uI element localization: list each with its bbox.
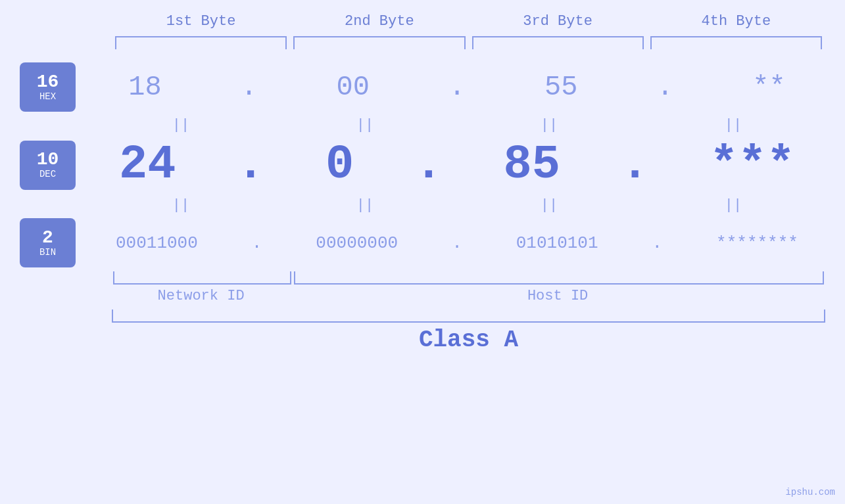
bin-row: 2 BIN 00011000 . 00000000 . 01010101 . *…	[20, 218, 825, 267]
bin-dot3: .	[652, 233, 663, 253]
hex-byte1: 18	[128, 72, 161, 103]
eq1-byte4: ||	[661, 117, 806, 133]
hex-badge-number: 16	[37, 73, 59, 91]
dec-dot1: .	[237, 138, 265, 192]
id-labels-container: Network ID Host ID	[20, 288, 825, 304]
class-bracket	[112, 309, 825, 323]
main-container: 1st Byte 2nd Byte 3rd Byte 4th Byte 16 H…	[0, 0, 845, 504]
dec-dot2: .	[414, 138, 443, 192]
hex-badge-label: HEX	[39, 91, 56, 102]
bin-badge-label: BIN	[39, 247, 56, 258]
hex-badge: 16 HEX	[20, 62, 76, 112]
dec-badge-label: DEC	[39, 169, 56, 179]
byte-labels-row: 1st Byte 2nd Byte 3rd Byte 4th Byte	[20, 13, 825, 30]
bin-byte4: ********	[716, 233, 798, 253]
host-id-label: Host ID	[290, 288, 825, 304]
bottom-brackets	[112, 271, 825, 285]
eq1-byte3: ||	[477, 117, 621, 133]
eq2-byte3: ||	[477, 197, 621, 214]
bin-byte1: 00011000	[116, 233, 198, 253]
bottom-bracket-container	[20, 271, 825, 285]
hex-dot1: .	[241, 72, 257, 103]
network-id-label: Network ID	[112, 288, 290, 304]
eq2-byte1: ||	[109, 197, 253, 214]
dec-byte4: ***	[710, 138, 795, 192]
dec-dot3: .	[621, 138, 649, 192]
bracket-byte2	[293, 36, 465, 49]
class-label: Class A	[112, 327, 825, 354]
bracket-byte4	[650, 36, 822, 49]
equals-row-2: || || || ||	[89, 192, 825, 218]
hex-values: 18 . 00 . 55 . **	[89, 72, 825, 103]
byte2-label: 2nd Byte	[301, 13, 458, 30]
dec-badge: 10 DEC	[20, 141, 76, 190]
bin-byte3: 01010101	[516, 233, 598, 253]
dec-badge-number: 10	[37, 150, 59, 169]
eq1-byte1: ||	[109, 117, 253, 133]
bin-dot2: .	[452, 233, 462, 253]
eq2-byte2: ||	[293, 197, 437, 214]
byte4-label: 4th Byte	[657, 13, 815, 30]
dec-byte2: 0	[326, 138, 354, 192]
dec-byte3: 85	[504, 138, 560, 192]
host-bracket	[294, 271, 824, 285]
hex-byte2: 00	[337, 72, 370, 103]
hex-dot2: .	[448, 72, 465, 103]
hex-byte3: 55	[544, 72, 577, 103]
bin-badge: 2 BIN	[20, 218, 76, 267]
byte3-label: 3rd Byte	[479, 13, 637, 30]
class-bracket-container	[20, 309, 825, 323]
bracket-byte3	[472, 36, 644, 49]
dec-values: 24 . 0 . 85 . ***	[89, 138, 825, 192]
bin-values: 00011000 . 00000000 . 01010101 . *******…	[89, 233, 825, 253]
top-brackets	[112, 36, 825, 49]
watermark: ipshu.com	[785, 487, 835, 497]
dec-byte1: 24	[119, 138, 176, 192]
bin-dot1: .	[252, 233, 262, 253]
equals-row-1: || || || ||	[89, 112, 825, 138]
bin-badge-number: 2	[42, 229, 53, 247]
dec-row: 10 DEC 24 . 0 . 85 . ***	[20, 138, 825, 192]
eq1-byte2: ||	[293, 117, 437, 133]
hex-byte4: **	[752, 72, 785, 103]
network-bracket	[113, 271, 291, 285]
eq2-byte4: ||	[661, 197, 806, 214]
byte1-label: 1st Byte	[122, 13, 280, 30]
class-label-container: Class A	[20, 327, 825, 354]
hex-row: 16 HEX 18 . 00 . 55 . **	[20, 62, 825, 112]
bin-byte2: 00000000	[316, 233, 398, 253]
bracket-byte1	[115, 36, 287, 49]
byte-labels: 1st Byte 2nd Byte 3rd Byte 4th Byte	[112, 13, 825, 30]
hex-dot3: .	[657, 72, 673, 103]
